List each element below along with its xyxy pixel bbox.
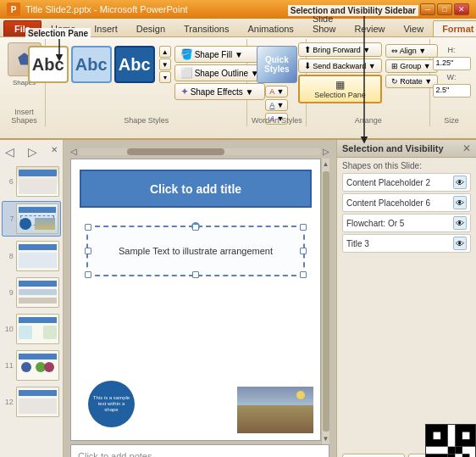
- svg-rect-7: [426, 454, 448, 457]
- visibility-toggle-2[interactable]: 👁: [453, 196, 467, 209]
- shape-styles-more[interactable]: ▾: [159, 71, 171, 83]
- ribbon-group-size: H: 1.25" W: 2.5" Size: [430, 39, 473, 126]
- shape-item-flowchart: Flowchart: Or 5 👁: [342, 214, 471, 232]
- qr-code: [425, 424, 476, 457]
- scroll-left[interactable]: ◁: [70, 147, 77, 156]
- notes-area[interactable]: Click to add notes: [70, 444, 329, 457]
- shape-style-abc2[interactable]: Abc: [71, 46, 112, 83]
- slide-thumb-9[interactable]: 9: [2, 276, 61, 309]
- bring-forward-button[interactable]: ⬆ Bring Forward ▼: [298, 42, 381, 57]
- sidebar-section-label: Shapes on this Slide:: [342, 161, 471, 170]
- center-area: ◁ ▷ Click to add title: [64, 140, 336, 457]
- minimize-button[interactable]: ─: [420, 3, 435, 15]
- size-height-input[interactable]: 1.25": [433, 57, 471, 70]
- shape-styles-scroll-down[interactable]: ▼: [159, 59, 171, 70]
- slide-thumb-11[interactable]: 11: [2, 348, 61, 382]
- annotation-selection-pane: Selection Pane: [25, 28, 91, 39]
- svg-rect-4: [434, 432, 441, 440]
- visibility-toggle-4[interactable]: 👁: [453, 237, 467, 250]
- text-fill-button[interactable]: A ▼: [265, 86, 288, 98]
- resize-handle-mr[interactable]: [300, 248, 307, 254]
- slide-title-placeholder[interactable]: Click to add title: [80, 170, 312, 208]
- text-outline-button[interactable]: A ▼: [265, 99, 288, 111]
- size-width-input[interactable]: 2.5": [433, 84, 471, 98]
- slide-thumb-10[interactable]: 10: [2, 312, 61, 346]
- selection-visibility-sidebar: Selection and Visibility ✕ Shapes on thi…: [336, 140, 476, 457]
- close-button[interactable]: ✕: [454, 3, 469, 15]
- ribbon-group-shape-styles: Abc Abc Abc ▲ ▼ ▾ 🪣 Shape Fill ▼ ⬜ Shape…: [46, 39, 247, 126]
- slide-text-selection[interactable]: Sample Text to illustrate arrangement: [86, 226, 305, 276]
- window-title: Title Slide2.pptx - Microsoft PowerPoint: [25, 4, 188, 14]
- resize-handle-tl[interactable]: [85, 224, 91, 231]
- slide-thumb-8[interactable]: 8: [2, 239, 61, 273]
- send-backward-button[interactable]: ⬇ Send Backward ▼: [298, 59, 381, 73]
- shape-styles-scroll-up[interactable]: ▲: [159, 46, 171, 58]
- resize-handle-ml[interactable]: [85, 248, 91, 254]
- ribbon-group-arrange: ⬆ Bring Forward ▼ ⬇ Send Backward ▼ ▦ Se…: [307, 39, 430, 126]
- resize-handle-bm[interactable]: [192, 271, 199, 278]
- slides-nav-left[interactable]: ◁: [5, 145, 14, 159]
- slide-thumb-7[interactable]: 7: [2, 201, 61, 237]
- resize-handle-bl[interactable]: [85, 271, 91, 278]
- tab-design[interactable]: Design: [127, 20, 174, 36]
- resize-handle-tr[interactable]: [300, 224, 307, 231]
- tab-animations[interactable]: Animations: [238, 20, 302, 36]
- svg-rect-9: [448, 447, 456, 454]
- slides-close[interactable]: ✕: [51, 145, 58, 159]
- svg-rect-6: [462, 432, 470, 440]
- size-label: Size: [430, 116, 473, 125]
- app-icon: P: [7, 3, 20, 16]
- main-area: ◁ ▷ ✕ 6 7 8: [0, 140, 476, 457]
- window-controls[interactable]: ─ □ ✕: [420, 3, 469, 15]
- svg-rect-10: [455, 447, 462, 454]
- svg-rect-11: [448, 454, 456, 457]
- slide-thumb-6[interactable]: 6: [2, 164, 61, 198]
- slide-thumb-12[interactable]: 12: [2, 385, 61, 419]
- size-width-label: W:: [447, 73, 457, 81]
- shape-styles-label: Shape Styles: [46, 116, 246, 125]
- slide-landscape-image: [237, 387, 313, 433]
- tab-insert[interactable]: Insert: [85, 20, 127, 36]
- tab-transitions[interactable]: Transitions: [174, 20, 238, 36]
- slides-nav-right[interactable]: ▷: [28, 145, 37, 159]
- svg-rect-12: [462, 454, 470, 457]
- selection-pane-icon: ▦: [335, 79, 345, 91]
- selection-pane-button[interactable]: ▦ Selection Pane: [298, 75, 381, 103]
- slide-canvas: Click to add title Sample Text to illust…: [70, 159, 321, 441]
- tab-view[interactable]: View: [394, 20, 433, 36]
- sidebar-title: Selection and Visibility: [342, 143, 444, 153]
- sidebar-header: Selection and Visibility ✕: [337, 140, 476, 158]
- shape-item-content-placeholder-6: Content Placeholder 6 👁: [342, 193, 471, 212]
- quick-styles-button[interactable]: QuickStyles: [257, 46, 297, 83]
- tab-review[interactable]: Review: [345, 20, 394, 36]
- shape-item-title-3: Title 3 👁: [342, 234, 471, 253]
- slide-circle-shape[interactable]: This is a sample text within a shape: [88, 381, 135, 427]
- arrange-label: Arrange: [307, 116, 429, 125]
- sidebar-close-button[interactable]: ✕: [462, 142, 471, 154]
- shape-item-content-placeholder-2: Content Placeholder 2 👁: [342, 173, 471, 192]
- shape-style-abc3[interactable]: Abc: [114, 46, 155, 83]
- shape-style-abc1[interactable]: Abc: [28, 46, 69, 83]
- sidebar-shapes-section: Shapes on this Slide: Content Placeholde…: [337, 158, 476, 258]
- scroll-down-arrow[interactable]: ▼: [323, 435, 329, 443]
- resize-handle-tm[interactable]: [192, 224, 199, 231]
- wordart-styles-label: WordArt Styles: [247, 116, 306, 125]
- visibility-toggle-3[interactable]: 👁: [453, 216, 467, 230]
- size-height-label: H:: [448, 46, 456, 54]
- scroll-up-arrow[interactable]: ▲: [323, 160, 329, 168]
- show-all-button[interactable]: Sho...: [342, 454, 405, 457]
- visibility-toggle-1[interactable]: 👁: [453, 176, 467, 189]
- slides-panel: ◁ ▷ ✕ 6 7 8: [0, 140, 64, 457]
- scroll-right[interactable]: ▷: [323, 147, 329, 156]
- restore-button[interactable]: □: [437, 3, 452, 15]
- ribbon: ⬟ Shapes Insert Shapes Abc Abc Abc ▲ ▼ ▾…: [0, 37, 476, 140]
- tab-format[interactable]: Format: [433, 20, 476, 36]
- annotation-selection-visibility: Selection and Visibility Sidebar: [288, 5, 418, 16]
- vertical-scrollbar[interactable]: ▲ ▼: [321, 159, 329, 444]
- resize-handle-br[interactable]: [300, 271, 307, 278]
